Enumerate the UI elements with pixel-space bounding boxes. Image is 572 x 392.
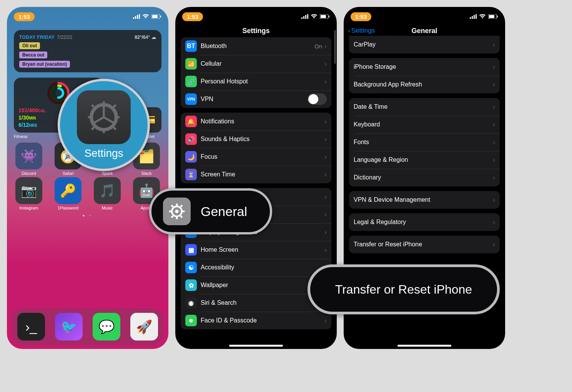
row-icon: ✿	[185, 279, 197, 291]
svg-rect-15	[305, 15, 306, 19]
chevron-right-icon: ›	[493, 138, 495, 146]
row-label: Keyboard	[354, 121, 493, 128]
svg-rect-21	[472, 16, 473, 19]
row-label: iPhone Storage	[354, 63, 493, 70]
app-label: 1Password	[58, 206, 78, 210]
chevron-right-icon: ›	[324, 118, 327, 126]
general-row-fonts[interactable]: Fonts›	[349, 133, 500, 151]
app-icon: 🎵	[94, 177, 121, 204]
settings-row-vpn[interactable]: VPNVPN	[181, 90, 331, 108]
svg-rect-44	[182, 211, 185, 213]
settings-row-cellular[interactable]: 📶Cellular›	[181, 55, 331, 73]
settings-row-bluetooth[interactable]: BTBluetoothOn›	[181, 37, 331, 55]
row-icon: 🔊	[185, 133, 197, 145]
general-row-legal-regulatory[interactable]: Legal & Regulatory›	[349, 213, 500, 231]
settings-row-notifications[interactable]: 🔔Notifications›	[181, 113, 331, 130]
general-group-locale: Date & Time›Keyboard›Fonts›Language & Re…	[349, 98, 500, 186]
general-group-vpn: VPN & Device Management›	[349, 191, 500, 209]
app-instagram[interactable]: 📷Instagram	[11, 177, 47, 210]
row-label: CarPlay	[354, 41, 493, 48]
stand-value: 6/12	[18, 122, 29, 128]
row-icon: 🔔	[185, 116, 197, 127]
chevron-right-icon: ›	[324, 171, 327, 179]
settings-row-focus[interactable]: 🌙Focus›	[181, 148, 331, 166]
calendar-widget[interactable]: TODAY FRIDAY7/22/22 82°/64° ☁︎ Oli outBe…	[14, 30, 161, 72]
settings-row-sounds-haptics[interactable]: 🔊Sounds & Haptics›	[181, 130, 331, 148]
page-indicator[interactable]: ● ○	[7, 213, 168, 218]
dock-app-terminal[interactable]: ›_	[17, 313, 45, 341]
svg-rect-0	[133, 17, 134, 19]
general-row-iphone-storage[interactable]: iPhone Storage›	[349, 58, 500, 76]
svg-rect-31	[103, 101, 105, 105]
svg-rect-16	[307, 14, 308, 19]
app-1password[interactable]: 🔑1Password	[50, 177, 86, 210]
general-row-keyboard[interactable]: Keyboard›	[349, 116, 500, 133]
general-row-language-region[interactable]: Language & Region›	[349, 151, 500, 169]
row-label: VPN & Device Management	[354, 196, 493, 203]
settings-row-screen-time[interactable]: ⏳Screen Time›	[181, 166, 331, 183]
dock-app-launcher[interactable]: 🚀	[130, 313, 158, 341]
callout-settings: Settings	[58, 79, 150, 171]
row-label: Home Screen	[201, 246, 324, 253]
app-label: Spark	[102, 171, 113, 176]
row-label: Legal & Regulatory	[354, 219, 493, 226]
general-row-icon	[163, 198, 191, 225]
general-group-legal: Legal & Regulatory›	[349, 213, 500, 231]
general-row-dictionary[interactable]: Dictionary›	[349, 169, 500, 186]
row-icon: 🌙	[185, 151, 197, 163]
settings-row-face-id-passcode[interactable]: ☻Face ID & Passcode›	[181, 312, 331, 329]
settings-row-personal-hotspot[interactable]: 🔗Personal Hotspot›	[181, 73, 331, 90]
row-label: Cellular	[201, 60, 324, 67]
settings-row-home-screen[interactable]: ▦Home Screen›	[181, 241, 331, 259]
settings-app-icon	[77, 90, 131, 144]
svg-rect-18	[321, 15, 326, 18]
row-icon: ⏳	[185, 169, 197, 180]
general-row-background-app-refresh[interactable]: Background App Refresh›	[349, 76, 500, 93]
app-music[interactable]: 🎵Music	[89, 177, 125, 210]
general-row-carplay[interactable]: CarPlay›	[349, 36, 500, 53]
wifi-icon	[311, 14, 318, 19]
row-label: Sounds & Haptics	[201, 136, 324, 143]
wifi-icon	[142, 14, 149, 19]
svg-rect-34	[116, 116, 120, 118]
chevron-right-icon: ›	[324, 78, 327, 86]
phone-homescreen: 1:53 TODAY FRIDAY7/22/22 82°/64° ☁︎ Oli …	[7, 7, 168, 349]
chevron-right-icon: ›	[324, 153, 327, 161]
app-discord[interactable]: 👾Discord	[11, 143, 47, 176]
cellular-signal-icon	[470, 14, 477, 19]
dock-app-bird[interactable]: 🐦	[55, 313, 83, 341]
row-label: Dictionary	[354, 174, 493, 181]
wifi-icon	[479, 14, 486, 19]
svg-rect-43	[169, 211, 171, 213]
nav-back-button[interactable]: ‹Settings	[348, 27, 375, 35]
svg-rect-19	[329, 16, 329, 18]
row-label: Notifications	[201, 118, 324, 125]
cellular-signal-icon	[301, 14, 308, 19]
home-indicator[interactable]	[397, 345, 451, 347]
chevron-right-icon: ›	[324, 193, 327, 201]
chevron-right-icon: ›	[493, 121, 495, 129]
settings-row-accessibility[interactable]: ☯Accessibility›	[181, 259, 331, 276]
home-indicator[interactable]	[229, 345, 283, 347]
widget-title: TODAY FRIDAY	[19, 35, 55, 40]
row-label: Transfer or Reset iPhone	[354, 241, 493, 248]
toggle[interactable]	[308, 93, 327, 105]
svg-rect-14	[303, 16, 304, 19]
nav-title: Settings	[242, 27, 269, 35]
dock-app-messages[interactable]: 💬	[93, 313, 120, 341]
row-label: Accessibility	[201, 264, 324, 271]
app-icon: 📷	[15, 177, 42, 204]
svg-rect-5	[152, 15, 158, 18]
widget-temp: 82°/64° ☁︎	[135, 35, 156, 40]
scroll-indicator[interactable]	[334, 30, 336, 64]
general-row-date-time[interactable]: Date & Time›	[349, 98, 500, 116]
svg-rect-42	[176, 217, 178, 219]
callout-transfer-label: Transfer or Reset iPhone	[335, 282, 472, 297]
callout-general: General	[149, 188, 272, 234]
chevron-right-icon: ›	[324, 42, 327, 50]
general-row-vpn-device-management[interactable]: VPN & Device Management›	[349, 191, 500, 209]
gear-icon	[168, 203, 186, 220]
general-row-transfer-or-reset-iphone[interactable]: Transfer or Reset iPhone›	[349, 236, 500, 253]
gear-icon	[86, 100, 121, 135]
row-icon: 🔗	[185, 76, 197, 87]
